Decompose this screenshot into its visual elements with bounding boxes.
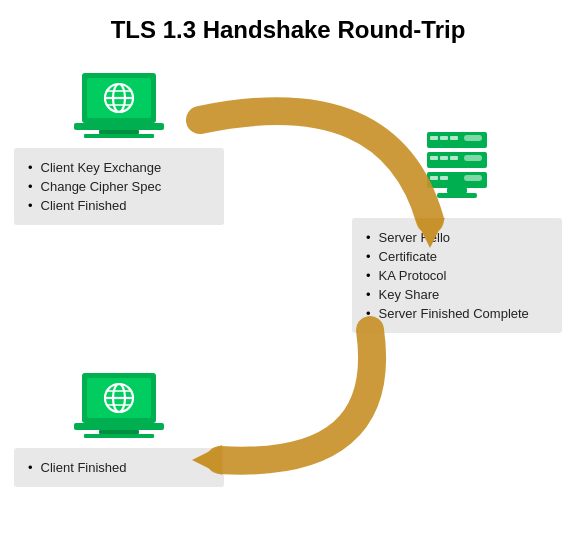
svg-rect-23 bbox=[450, 136, 458, 140]
svg-rect-18 bbox=[99, 430, 139, 434]
client-bottom-box: Client Finished bbox=[14, 370, 224, 487]
svg-rect-24 bbox=[464, 135, 482, 141]
list-item: Server Hello bbox=[366, 228, 548, 247]
server-list: Server Hello Certificate KA Protocol Key… bbox=[352, 218, 562, 333]
svg-rect-31 bbox=[430, 176, 438, 180]
svg-rect-8 bbox=[99, 130, 139, 134]
svg-rect-7 bbox=[74, 123, 164, 130]
svg-rect-19 bbox=[84, 434, 154, 438]
list-item: Key Share bbox=[366, 285, 548, 304]
client-bottom-icon bbox=[14, 370, 224, 440]
svg-rect-29 bbox=[464, 155, 482, 161]
list-item: Change Cipher Spec bbox=[28, 177, 210, 196]
svg-rect-34 bbox=[447, 188, 467, 193]
client-bottom-list: Client Finished bbox=[14, 448, 224, 487]
server-icon bbox=[352, 130, 562, 210]
svg-rect-17 bbox=[74, 423, 164, 430]
list-item: KA Protocol bbox=[366, 266, 548, 285]
svg-rect-9 bbox=[84, 134, 154, 138]
svg-rect-21 bbox=[430, 136, 438, 140]
list-item: Client Finished bbox=[28, 196, 210, 215]
svg-rect-26 bbox=[430, 156, 438, 160]
svg-rect-28 bbox=[450, 156, 458, 160]
client-top-list: Client Key Exchange Change Cipher Spec C… bbox=[14, 148, 224, 225]
svg-rect-27 bbox=[440, 156, 448, 160]
page-title: TLS 1.3 Handshake Round-Trip bbox=[16, 16, 560, 44]
client-top-icon bbox=[14, 70, 224, 140]
main-container: TLS 1.3 Handshake Round-Trip Client Key … bbox=[0, 0, 576, 537]
svg-rect-33 bbox=[464, 175, 482, 181]
list-item: Client Finished bbox=[28, 458, 210, 477]
server-box: Server Hello Certificate KA Protocol Key… bbox=[352, 130, 562, 333]
list-item: Certificate bbox=[366, 247, 548, 266]
svg-rect-22 bbox=[440, 136, 448, 140]
svg-rect-32 bbox=[440, 176, 448, 180]
list-item: Client Key Exchange bbox=[28, 158, 210, 177]
svg-rect-35 bbox=[437, 193, 477, 198]
list-item: Server Finished Complete bbox=[366, 304, 548, 323]
client-top-box: Client Key Exchange Change Cipher Spec C… bbox=[14, 70, 224, 225]
